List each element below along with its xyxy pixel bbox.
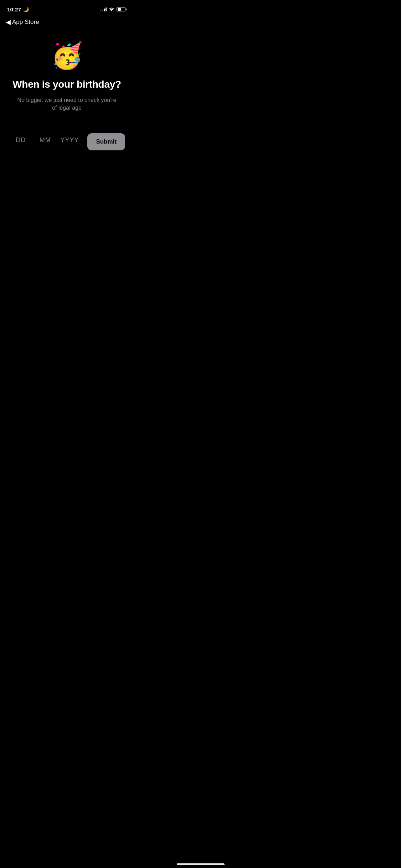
date-fields [9,136,82,147]
subtext: No biggie, we just need to check you're … [17,96,117,112]
day-field[interactable] [9,136,33,144]
battery-icon [117,7,127,11]
signal-bar-3 [104,9,105,11]
signal-icon [100,7,107,11]
month-input[interactable] [33,136,57,144]
signal-bar-4 [106,7,107,11]
main-content: 🥳 When is your birthday? No biggie, we j… [0,29,134,112]
status-left: 10:27 🌙 [7,6,29,12]
month-field[interactable] [33,136,57,144]
signal-bar-2 [102,10,103,11]
year-input[interactable] [57,136,82,144]
battery-fill [118,8,121,11]
status-time: 10:27 [7,6,21,12]
back-button[interactable]: ◀ App Store [0,16,134,29]
status-bar: 10:27 🌙 [0,0,134,16]
day-input[interactable] [9,136,33,144]
signal-bar-1 [100,10,101,11]
status-right [100,7,127,12]
back-label: App Store [12,19,39,26]
year-field[interactable] [57,136,82,144]
battery-tip [126,9,127,10]
battery-body [117,7,125,11]
back-arrow-icon: ◀ [6,19,11,25]
headline: When is your birthday? [12,78,121,91]
birthday-emoji: 🥳 [51,43,83,68]
submit-button[interactable]: Submit [87,133,125,150]
wifi-icon [109,7,114,12]
moon-icon: 🌙 [23,7,29,12]
date-row: Submit [0,133,134,150]
